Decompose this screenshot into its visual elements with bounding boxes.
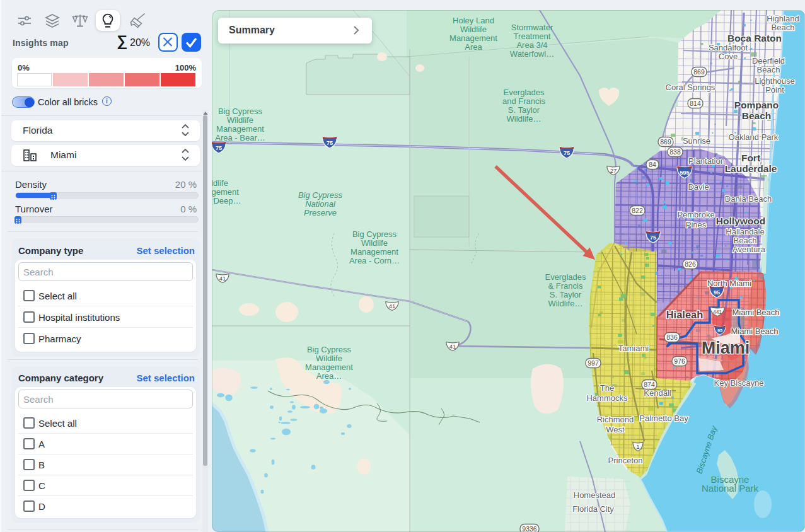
svg-text:Fort: Fort — [741, 153, 760, 163]
svg-text:822: 822 — [632, 207, 643, 214]
svg-text:Hialeah: Hialeah — [666, 309, 704, 320]
svg-text:Key Biscayne: Key Biscayne — [714, 378, 764, 388]
svg-text:Princeton: Princeton — [608, 456, 643, 465]
svg-text:869: 869 — [660, 138, 671, 146]
svg-text:874: 874 — [644, 381, 655, 388]
svg-text:976: 976 — [674, 357, 685, 365]
svg-text:Miami Beach: Miami Beach — [732, 308, 779, 317]
svg-text:Kendall: Kendall — [644, 388, 671, 398]
svg-text:Davie: Davie — [688, 182, 709, 192]
svg-text:Beach: Beach — [757, 65, 780, 74]
svg-text:997: 997 — [588, 359, 599, 367]
svg-text:814: 814 — [690, 100, 701, 107]
svg-text:Everglades& FrancisS. TaylorWi: Everglades& FrancisS. TaylorWildlife… — [545, 272, 586, 308]
svg-text:95: 95 — [714, 289, 720, 296]
svg-text:Dania Beach: Dania Beach — [725, 194, 772, 204]
svg-text:9336: 9336 — [522, 525, 537, 532]
svg-text:Point: Point — [765, 85, 784, 95]
svg-text:838: 838 — [669, 148, 681, 156]
svg-text:Plantation: Plantation — [688, 156, 725, 166]
svg-text:Miami Beach: Miami Beach — [731, 327, 778, 336]
svg-text:Pines: Pines — [686, 220, 707, 229]
svg-text:Lauderdale: Lauderdale — [725, 163, 777, 174]
svg-text:Big CypressWildlifeManagementA: Big CypressWildlifeManagementArea - Corn… — [349, 229, 400, 265]
svg-text:Sunrise: Sunrise — [683, 136, 710, 146]
svg-text:Palmetto Bay: Palmetto Bay — [639, 413, 688, 423]
svg-text:Hollywood: Hollywood — [716, 216, 765, 226]
svg-text:Deerfield: Deerfield — [752, 56, 785, 66]
svg-text:Oakland Park: Oakland Park — [729, 132, 779, 142]
svg-text:84: 84 — [649, 161, 656, 168]
svg-text:The: The — [600, 383, 614, 393]
svg-text:95: 95 — [717, 328, 722, 333]
svg-text:75: 75 — [216, 145, 222, 151]
svg-text:Boca Raton: Boca Raton — [727, 33, 782, 43]
svg-text:Pompano: Pompano — [734, 100, 779, 110]
svg-text:Evergladesand FrancisS. Taylor: Evergladesand FrancisS. TaylorWildlife… — [502, 88, 545, 124]
svg-text:Highland: Highland — [767, 14, 799, 23]
svg-text:Hallandale: Hallandale — [726, 227, 764, 236]
svg-text:West: West — [606, 425, 625, 434]
svg-text:Miami: Miami — [702, 338, 750, 357]
svg-text:Aventura: Aventura — [733, 245, 766, 254]
svg-text:Cove: Cove — [719, 52, 738, 61]
svg-text:27: 27 — [610, 167, 617, 174]
svg-text:1: 1 — [636, 443, 639, 450]
svg-text:Beach: Beach — [734, 236, 757, 245]
svg-text:Tamiami: Tamiami — [618, 344, 649, 353]
svg-text:41: 41 — [219, 275, 226, 282]
svg-text:Florida City: Florida City — [572, 504, 614, 514]
svg-text:Beach: Beach — [772, 23, 795, 32]
svg-text:Pembroke: Pembroke — [677, 210, 714, 219]
svg-text:75: 75 — [650, 234, 656, 241]
svg-text:836: 836 — [666, 333, 678, 341]
svg-text:869: 869 — [693, 68, 705, 76]
svg-text:Richmond: Richmond — [597, 415, 634, 424]
svg-text:41: 41 — [449, 343, 456, 350]
svg-text:441: 441 — [713, 309, 722, 315]
svg-text:Lighthouse: Lighthouse — [755, 76, 795, 86]
svg-text:Big CypressWildlifeManagementA: Big CypressWildlifeManagementArea - Bear… — [215, 107, 265, 142]
svg-text:595: 595 — [680, 169, 690, 176]
svg-text:75: 75 — [327, 140, 333, 146]
svg-text:Beach: Beach — [742, 110, 772, 121]
svg-text:41: 41 — [389, 303, 396, 309]
svg-text:Coral Springs: Coral Springs — [666, 83, 715, 92]
svg-text:Homestead: Homestead — [574, 490, 615, 500]
svg-text:StormwaterTreatmentArea 3/4Wat: StormwaterTreatmentArea 3/4Waterfowl… — [510, 23, 554, 59]
svg-text:Sandalfoot: Sandalfoot — [709, 43, 748, 52]
svg-text:Hammocks: Hammocks — [586, 393, 628, 403]
svg-text:826: 826 — [685, 260, 696, 268]
svg-text:75: 75 — [564, 150, 570, 156]
